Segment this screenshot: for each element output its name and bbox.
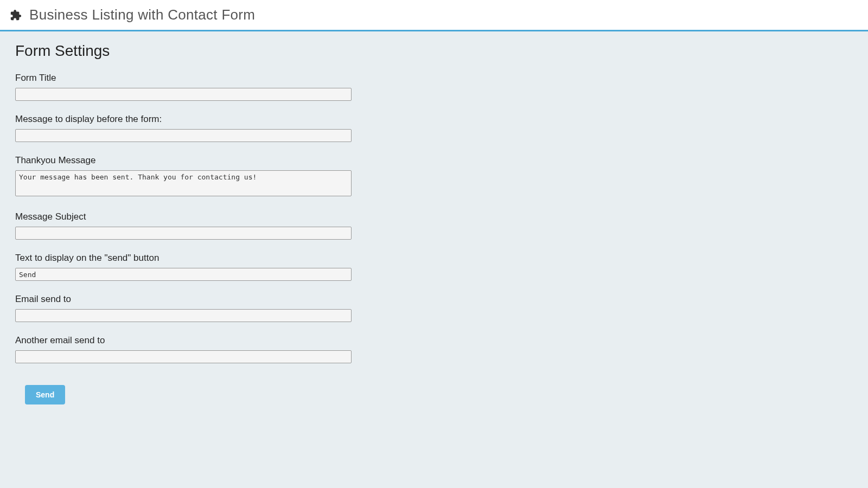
message-before-input[interactable] — [15, 129, 352, 142]
thankyou-textarea[interactable]: Your message has been sent. Thank you fo… — [15, 170, 352, 196]
thankyou-label: Thankyou Message — [15, 155, 853, 166]
content-area: Form Settings Form Title Message to disp… — [0, 31, 868, 415]
form-group-send-button-text: Text to display on the "send" button — [15, 253, 853, 281]
message-before-label: Message to display before the form: — [15, 114, 853, 125]
form-group-thankyou: Thankyou Message Your message has been s… — [15, 155, 853, 198]
another-email-to-input[interactable] — [15, 350, 352, 363]
form-title-input[interactable] — [15, 88, 352, 101]
message-subject-label: Message Subject — [15, 211, 853, 222]
form-group-form-title: Form Title — [15, 73, 853, 101]
form-title-label: Form Title — [15, 73, 853, 84]
email-to-label: Email send to — [15, 294, 853, 305]
header-title: Business Listing with Contact Form — [29, 7, 255, 23]
send-button-text-label: Text to display on the "send" button — [15, 253, 853, 264]
email-to-input[interactable] — [15, 309, 352, 322]
send-button[interactable]: Send — [25, 385, 65, 404]
another-email-to-label: Another email send to — [15, 335, 853, 346]
form-group-email-to: Email send to — [15, 294, 853, 322]
page-heading: Form Settings — [15, 42, 853, 60]
form-group-another-email-to: Another email send to — [15, 335, 853, 363]
puzzle-icon — [10, 9, 22, 21]
send-button-text-input[interactable] — [15, 268, 352, 281]
page-header: Business Listing with Contact Form — [0, 0, 868, 31]
form-group-message-before: Message to display before the form: — [15, 114, 853, 142]
form-group-message-subject: Message Subject — [15, 211, 853, 240]
message-subject-input[interactable] — [15, 227, 352, 240]
